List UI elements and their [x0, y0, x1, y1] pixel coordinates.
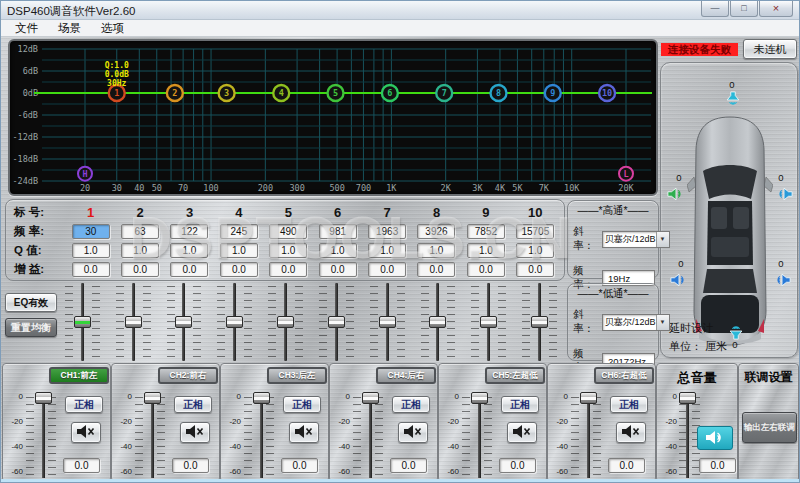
front-right-speaker-icon[interactable] — [775, 187, 793, 201]
band-q-input[interactable]: 1.0 — [269, 243, 307, 258]
channel-select-button[interactable]: CH2:前右 — [158, 367, 218, 384]
band-slider-thumb[interactable] — [175, 316, 192, 328]
band-slider-thumb[interactable] — [531, 316, 548, 328]
rear-center-speaker-icon[interactable] — [727, 324, 745, 338]
phase-button[interactable]: 正相 — [65, 396, 103, 413]
band-gain-input[interactable]: 0.0 — [368, 262, 406, 277]
phase-button[interactable]: 正相 — [283, 396, 321, 413]
phase-button[interactable]: 正相 — [174, 396, 212, 413]
chevron-down-icon[interactable]: ▼ — [656, 232, 669, 247]
channel-select-button[interactable]: CH5:左超低 — [485, 367, 545, 384]
band-gain-input[interactable]: 0.0 — [467, 262, 505, 277]
band-freq-input[interactable]: 3926 — [417, 224, 455, 239]
channel-slider-thumb[interactable] — [144, 392, 161, 404]
rear-left-speaker-icon[interactable] — [670, 273, 688, 287]
band-gain-input[interactable]: 0.0 — [170, 262, 208, 277]
band-q-input[interactable]: 1.0 — [220, 243, 258, 258]
eq-frequency-response-graph[interactable]: 12dB6dB0dB-6dB-12dB-18dB-24dB20304050701… — [8, 39, 658, 196]
eq-band-handle[interactable]: 5 — [328, 85, 344, 101]
band-q-input[interactable]: 1.0 — [516, 243, 554, 258]
eq-band-handle[interactable]: 8 — [490, 85, 506, 101]
menu-scene[interactable]: 场景 — [48, 21, 91, 36]
band-slider-thumb[interactable] — [480, 316, 497, 328]
band-q-input[interactable]: 1.0 — [467, 243, 505, 258]
channel-slider-track[interactable] — [260, 394, 263, 478]
band-gain-input[interactable]: 0.0 — [516, 262, 554, 277]
channel-select-button[interactable]: CH4:后右 — [376, 367, 436, 384]
eq-band-handle[interactable]: 10 — [599, 85, 615, 101]
channel-slider-thumb[interactable] — [580, 392, 597, 404]
channel-slider-track[interactable] — [369, 394, 372, 478]
band-gain-input[interactable]: 0.0 — [269, 262, 307, 277]
band-gain-input[interactable]: 0.0 — [121, 262, 159, 277]
channel-slider-track[interactable] — [151, 394, 154, 478]
eq-band-handle[interactable]: 4 — [273, 85, 289, 101]
band-freq-input[interactable]: 490 — [269, 224, 307, 239]
band-slider-thumb[interactable] — [74, 316, 91, 328]
lowpass-slope-select[interactable]: 贝塞尔/12dB ▼ — [602, 314, 670, 331]
eq-band-handle[interactable]: 7 — [436, 85, 452, 101]
minimize-button[interactable]: — — [701, 1, 729, 17]
title-bar[interactable]: DSP460调音软件Ver2.60 — □ × — [1, 1, 799, 20]
eq-reset-button[interactable]: 重置均衡 — [5, 318, 57, 337]
menu-file[interactable]: 文件 — [5, 21, 48, 36]
channel-slider-track[interactable] — [478, 394, 481, 478]
band-q-input[interactable]: 1.0 — [319, 243, 357, 258]
highpass-slope-select[interactable]: 贝塞尔/12dB ▼ — [602, 231, 670, 248]
channel-select-button[interactable]: CH1:前左 — [49, 367, 109, 384]
eq-band-handle[interactable]: 3 — [219, 85, 235, 101]
band-slider-thumb[interactable] — [429, 316, 446, 328]
mute-button[interactable] — [180, 422, 210, 443]
eq-enable-button[interactable]: EQ有效 — [5, 293, 57, 312]
eq-band-handle[interactable]: 2 — [167, 85, 183, 101]
channel-select-button[interactable]: CH3:后左 — [267, 367, 327, 384]
mute-button[interactable] — [616, 422, 646, 443]
channel-slider-thumb[interactable] — [253, 392, 270, 404]
band-freq-input[interactable]: 30 — [72, 224, 110, 239]
channel-slider-thumb[interactable] — [35, 392, 52, 404]
phase-button[interactable]: 正相 — [392, 396, 430, 413]
band-q-input[interactable]: 1.0 — [121, 243, 159, 258]
channel-slider-track[interactable] — [587, 394, 590, 478]
channel-slider-thumb[interactable] — [362, 392, 379, 404]
connect-button[interactable]: 未连机 — [743, 39, 797, 59]
mute-button[interactable] — [71, 422, 101, 443]
lowpass-marker[interactable]: L — [619, 167, 633, 181]
band-freq-input[interactable]: 63 — [121, 224, 159, 239]
band-freq-input[interactable]: 245 — [220, 224, 258, 239]
mute-button[interactable] — [289, 422, 319, 443]
band-slider-thumb[interactable] — [226, 316, 243, 328]
band-freq-input[interactable]: 122 — [170, 224, 208, 239]
band-q-input[interactable]: 1.0 — [417, 243, 455, 258]
band-freq-input[interactable]: 1963 — [368, 224, 406, 239]
mute-button[interactable] — [507, 422, 537, 443]
band-freq-input[interactable]: 7852 — [467, 224, 505, 239]
band-gain-input[interactable]: 0.0 — [72, 262, 110, 277]
band-slider-thumb[interactable] — [328, 316, 345, 328]
band-freq-input[interactable]: 981 — [319, 224, 357, 239]
band-gain-input[interactable]: 0.0 — [417, 262, 455, 277]
band-freq-input[interactable]: 15705 — [516, 224, 554, 239]
phase-button[interactable]: 正相 — [501, 396, 539, 413]
band-q-input[interactable]: 1.0 — [170, 243, 208, 258]
band-slider-thumb[interactable] — [125, 316, 142, 328]
band-slider-thumb[interactable] — [277, 316, 294, 328]
eq-band-handle[interactable]: 6 — [382, 85, 398, 101]
band-gain-input[interactable]: 0.0 — [220, 262, 258, 277]
front-left-speaker-icon[interactable] — [667, 187, 685, 201]
link-lr-button[interactable]: 输出左右联调 — [742, 412, 797, 443]
eq-band-handle[interactable]: 9 — [545, 85, 561, 101]
master-mute-button[interactable] — [697, 426, 733, 450]
master-slider-track[interactable] — [686, 394, 689, 478]
channel-slider-thumb[interactable] — [471, 392, 488, 404]
band-q-input[interactable]: 1.0 — [368, 243, 406, 258]
maximize-button[interactable]: □ — [730, 1, 758, 17]
band-slider-thumb[interactable] — [379, 316, 396, 328]
close-button[interactable]: × — [759, 1, 793, 17]
channel-select-button[interactable]: CH6:右超低 — [594, 367, 654, 384]
phase-button[interactable]: 正相 — [610, 396, 648, 413]
band-gain-input[interactable]: 0.0 — [319, 262, 357, 277]
chevron-down-icon[interactable]: ▼ — [656, 315, 669, 330]
channel-slider-track[interactable] — [42, 394, 45, 478]
mute-button[interactable] — [398, 422, 428, 443]
